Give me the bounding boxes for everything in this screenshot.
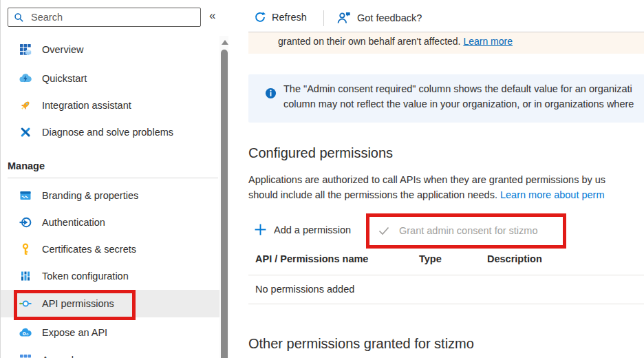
scroll-up-icon[interactable] bbox=[222, 40, 228, 45]
info-banner: The "Admin consent required" column show… bbox=[248, 74, 644, 123]
column-header-api-permissions-name: API / Permissions name bbox=[255, 253, 368, 264]
sidebar-item-overview[interactable]: Overview bbox=[1, 36, 219, 63]
token-bars-icon bbox=[19, 270, 32, 282]
checkmark-icon bbox=[378, 224, 390, 237]
tools-icon bbox=[19, 126, 32, 138]
toolbar-divider bbox=[323, 10, 324, 26]
sidebar-item-label: Quickstart bbox=[42, 73, 87, 84]
info-banner-line-1: The "Admin consent required" column show… bbox=[283, 81, 634, 96]
search-icon bbox=[14, 12, 24, 23]
sidebar-item-token-configuration[interactable]: Token configuration bbox=[1, 262, 219, 290]
app-roles-grid-icon bbox=[19, 354, 32, 358]
plus-icon bbox=[254, 223, 267, 236]
quickstart-icon bbox=[19, 72, 32, 85]
browser-window-icon bbox=[19, 189, 32, 202]
info-banner-line-2: column may not reflect the value in your… bbox=[283, 96, 634, 112]
sidebar-item-expose-api[interactable]: Expose an API bbox=[1, 319, 219, 346]
sidebar-section-manage: Manage bbox=[8, 153, 45, 179]
table-divider bbox=[248, 275, 644, 275]
sidebar-item-label: Token configuration bbox=[42, 271, 129, 282]
description-line-2: should include all the permissions the a… bbox=[248, 189, 500, 200]
grant-admin-consent-label: Grant admin consent for stizmo bbox=[399, 225, 537, 236]
feedback-label: Got feedback? bbox=[357, 12, 422, 23]
collapse-sidebar-button[interactable]: « bbox=[209, 9, 215, 23]
search-input[interactable] bbox=[30, 11, 184, 23]
sign-in-arrow-icon bbox=[19, 216, 32, 229]
api-permissions-page: « Overview Quickstart Integration assist… bbox=[0, 0, 644, 358]
warning-banner: granted on their own behalf aren't affec… bbox=[248, 32, 644, 54]
refresh-button[interactable]: Refresh bbox=[254, 11, 307, 23]
key-icon bbox=[19, 243, 32, 255]
configured-permissions-description: Applications are authorized to call APIs… bbox=[248, 172, 605, 202]
description-line-1: Applications are authorized to call APIs… bbox=[248, 172, 605, 187]
cloud-gear-icon bbox=[19, 326, 32, 339]
sidebar-item-label: Integration assistant bbox=[42, 100, 131, 111]
warning-banner-text: granted on their own behalf aren't affec… bbox=[278, 36, 463, 47]
sidebar-item-api-permissions[interactable]: API permissions bbox=[1, 290, 219, 317]
grant-admin-consent-button[interactable]: Grant admin consent for stizmo bbox=[378, 224, 537, 237]
sidebar-item-label: Diagnose and solve problems bbox=[42, 127, 173, 138]
other-permissions-title: Other permissions granted for stizmo bbox=[248, 336, 474, 352]
column-header-type: Type bbox=[419, 253, 442, 264]
api-permissions-icon bbox=[19, 297, 32, 310]
sidebar-item-label: Branding & properties bbox=[42, 190, 138, 201]
sidebar-item-certificates[interactable]: Certificates & secrets bbox=[1, 235, 219, 263]
scrollbar-thumb[interactable] bbox=[221, 50, 228, 358]
configured-permissions-title: Configured permissions bbox=[248, 145, 393, 161]
sidebar-item-quickstart[interactable]: Quickstart bbox=[1, 65, 219, 92]
info-icon bbox=[265, 87, 277, 99]
rocket-icon bbox=[19, 99, 32, 112]
empty-permissions-message: No permissions added bbox=[255, 284, 354, 295]
feedback-icon bbox=[337, 11, 352, 24]
sidebar-item-label: Certificates & secrets bbox=[42, 244, 136, 255]
sidebar-item-diagnose[interactable]: Diagnose and solve problems bbox=[1, 118, 219, 146]
sidebar-search-box[interactable] bbox=[8, 8, 201, 27]
sidebar-item-authentication[interactable]: Authentication bbox=[1, 209, 219, 236]
sidebar-item-label: Expose an API bbox=[42, 327, 107, 338]
feedback-button[interactable]: Got feedback? bbox=[337, 11, 422, 24]
add-permission-label: Add a permission bbox=[274, 224, 351, 235]
sidebar-item-integration-assistant[interactable]: Integration assistant bbox=[1, 92, 219, 119]
sidebar-item-app-roles[interactable]: App roles bbox=[1, 346, 219, 358]
sidebar-item-label: API permissions bbox=[42, 298, 114, 309]
sidebar-item-label: Overview bbox=[42, 44, 83, 55]
overview-icon bbox=[19, 43, 32, 56]
add-permission-button[interactable]: Add a permission bbox=[254, 223, 351, 236]
sidebar-item-label: App roles bbox=[42, 355, 84, 358]
refresh-icon bbox=[254, 11, 266, 23]
sidebar-divider bbox=[8, 178, 218, 178]
refresh-label: Refresh bbox=[272, 12, 307, 23]
sidebar-item-label: Authentication bbox=[42, 217, 105, 228]
learn-more-permissions-link[interactable]: Learn more about perm bbox=[500, 189, 605, 200]
table-divider bbox=[248, 304, 644, 304]
sidebar-item-branding[interactable]: Branding & properties bbox=[1, 182, 219, 209]
learn-more-link[interactable]: Learn more bbox=[463, 36, 513, 47]
column-header-description: Description bbox=[487, 253, 542, 264]
